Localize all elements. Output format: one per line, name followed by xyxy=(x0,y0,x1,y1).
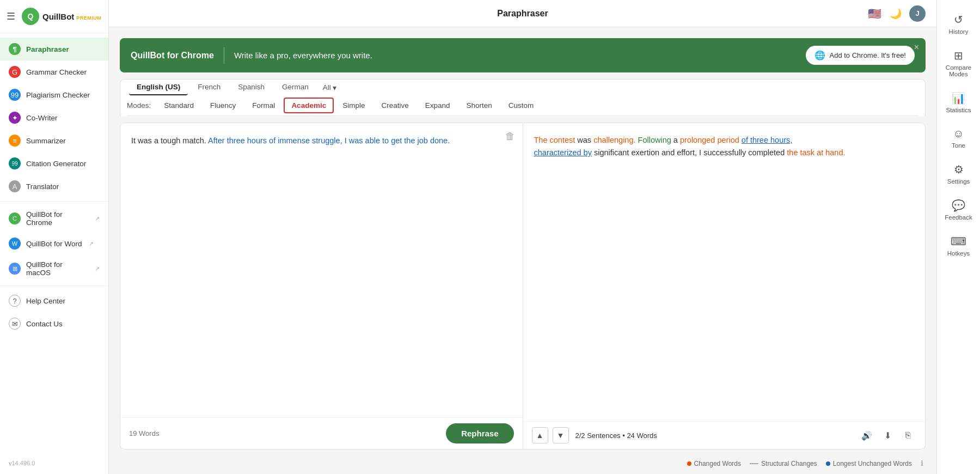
right-tool-label: Hotkeys xyxy=(947,250,970,257)
nav-next-button[interactable]: ▼ xyxy=(553,427,569,443)
sidebar-item-translator[interactable]: A Translator xyxy=(0,175,108,198)
mode-academic[interactable]: Academic xyxy=(284,98,334,113)
delete-icon[interactable]: 🗑 xyxy=(505,131,515,142)
sidebar-item-mac[interactable]: ⊞ QuillBot for macOS ↗ xyxy=(0,255,108,282)
output-pane: The contest was challenging. Following a… xyxy=(523,123,926,449)
mode-shorten[interactable]: Shorten xyxy=(459,98,500,113)
right-tool-label: Statistics xyxy=(946,107,971,113)
sidebar-item-plagiarism[interactable]: 99 Plagiarism Checker xyxy=(0,83,108,106)
output-segment-8: characterized by xyxy=(534,148,592,157)
external-link-icon: ↗ xyxy=(95,215,100,222)
sidebar-item-grammar[interactable]: G Grammar Checker xyxy=(0,60,108,83)
info-icon[interactable]: ℹ xyxy=(921,459,923,467)
output-segment-4: a xyxy=(673,136,680,144)
modes-label: Modes: xyxy=(127,101,151,110)
history-icon: ↺ xyxy=(954,13,963,26)
output-footer: ▲ ▼ 2/2 Sentences • 24 Words 🔊 ⬇ ⎘ xyxy=(523,421,926,449)
dark-mode-toggle[interactable]: 🌙 xyxy=(890,8,902,20)
cowriter-icon: ✦ xyxy=(9,112,21,124)
language-tabs: English (US) French Spanish German All ▾ xyxy=(127,80,918,95)
mode-custom[interactable]: Custom xyxy=(501,98,542,113)
download-icon[interactable]: ⬇ xyxy=(879,427,896,443)
add-chrome-label: Add to Chrome. It's free! xyxy=(830,51,906,59)
chrome-icon: C xyxy=(9,212,21,224)
sidebar-item-help[interactable]: ? Help Center xyxy=(0,289,108,312)
output-segment-10: the task at hand. xyxy=(787,148,845,157)
topbar: Paraphraser 🇺🇸 🌙 J xyxy=(109,0,936,27)
lang-tab-english[interactable]: English (US) xyxy=(129,80,188,95)
right-tool-hotkeys[interactable]: ⌨ Hotkeys xyxy=(937,229,980,262)
editor-container: It was a tough match. After three hours … xyxy=(120,123,926,449)
lang-tab-spanish[interactable]: Spanish xyxy=(230,80,272,95)
right-tool-history[interactable]: ↺ History xyxy=(937,8,980,40)
version-text: v14.496.0 xyxy=(0,455,44,471)
speaker-icon[interactable]: 🔊 xyxy=(859,427,875,443)
lang-tab-german[interactable]: German xyxy=(274,80,316,95)
external-label: QuillBot for Word xyxy=(26,240,82,248)
external-label: QuillBot for Chrome xyxy=(26,210,88,227)
page-title: Paraphraser xyxy=(497,9,548,19)
add-to-chrome-button[interactable]: 🌐 Add to Chrome. It's free! xyxy=(806,46,915,65)
mode-standard[interactable]: Standard xyxy=(156,98,201,113)
rephrase-button[interactable]: Rephrase xyxy=(446,423,513,443)
sidebar-item-summarizer[interactable]: ≡ Summarizer xyxy=(0,129,108,152)
copy-icon[interactable]: ⎘ xyxy=(900,427,916,443)
plagiarism-icon: 99 xyxy=(9,89,21,101)
right-tool-statistics[interactable]: 📊 Statistics xyxy=(937,86,980,119)
legend-changed-label: Changed Words xyxy=(694,460,742,467)
logo-premium: PREMIUM xyxy=(76,15,101,21)
sidebar-item-paraphraser[interactable]: ¶ Paraphraser xyxy=(0,38,108,60)
sidebar-item-contact[interactable]: ✉ Contact Us xyxy=(0,312,108,335)
output-text: The contest was challenging. Following a… xyxy=(523,123,926,421)
logo-text-wrap: QuillBot PREMIUM xyxy=(42,12,101,21)
legend-changed-dot xyxy=(687,461,691,466)
hotkeys-icon: ⌨ xyxy=(951,235,966,248)
topbar-right: 🇺🇸 🌙 J xyxy=(867,5,926,22)
mac-icon: ⊞ xyxy=(9,263,21,275)
sidebar-item-word[interactable]: W QuillBot for Word ↗ xyxy=(0,232,108,255)
mode-fluency[interactable]: Fluency xyxy=(203,98,243,113)
right-tool-label: Tone xyxy=(952,142,965,149)
mode-expand[interactable]: Expand xyxy=(418,98,458,113)
input-pane: It was a tough match. After three hours … xyxy=(120,123,523,449)
avatar[interactable]: J xyxy=(909,5,926,22)
mode-formal[interactable]: Formal xyxy=(244,98,283,113)
right-tool-label: Compare Modes xyxy=(946,64,971,77)
right-tool-tone[interactable]: ☺ Tone xyxy=(937,122,980,154)
mode-simple[interactable]: Simple xyxy=(335,98,372,113)
lang-tab-french[interactable]: French xyxy=(190,80,228,95)
logo: Q QuillBot PREMIUM xyxy=(22,8,101,25)
right-tool-compare[interactable]: ⊞ Compare Modes xyxy=(937,44,980,83)
right-tool-feedback[interactable]: 💬 Feedback xyxy=(937,193,980,226)
sidebar-item-label: Summarizer xyxy=(26,137,66,145)
summarizer-icon: ≡ xyxy=(9,135,21,147)
sidebar-footer: v14.496.0 xyxy=(0,453,108,474)
mode-creative[interactable]: Creative xyxy=(373,98,416,113)
output-segment-0: The contest xyxy=(534,136,575,144)
nav-prev-button[interactable]: ▲ xyxy=(532,427,548,443)
legend-unchanged-dot xyxy=(826,461,830,466)
citation-icon: 99 xyxy=(9,157,21,169)
sidebar-item-cowriter[interactable]: ✦ Co-Writer xyxy=(0,106,108,129)
content-area: QuillBot for Chrome Write like a pro, ev… xyxy=(109,27,936,474)
feedback-icon: 💬 xyxy=(952,199,965,212)
right-tool-settings[interactable]: ⚙ Settings xyxy=(937,157,980,190)
chevron-down-icon: ▾ xyxy=(333,83,336,92)
sidebar-item-label: Paraphraser xyxy=(26,45,69,53)
banner-title: QuillBot for Chrome xyxy=(131,51,214,60)
lang-tab-all[interactable]: All ▾ xyxy=(318,80,341,95)
sidebar-item-chrome[interactable]: C QuillBot for Chrome ↗ xyxy=(0,205,108,232)
tone-icon: ☺ xyxy=(953,127,964,140)
hamburger-icon[interactable]: ☰ xyxy=(7,10,15,22)
output-segment-2: challenging. xyxy=(593,136,635,144)
sidebar-header: ☰ Q QuillBot PREMIUM xyxy=(0,0,108,33)
logo-icon: Q xyxy=(22,8,39,25)
chrome-banner: QuillBot for Chrome Write like a pro, ev… xyxy=(120,38,926,72)
sidebar: ☰ Q QuillBot PREMIUM ¶ Paraphraser G Gra… xyxy=(0,0,109,474)
sidebar-item-citation[interactable]: 99 Citation Generator xyxy=(0,152,108,175)
right-tool-label: History xyxy=(949,28,969,35)
right-tool-label: Feedback xyxy=(945,214,972,221)
right-sidebar: ↺ History ⊞ Compare Modes 📊 Statistics ☺… xyxy=(936,0,980,474)
banner-close-button[interactable]: × xyxy=(914,42,919,52)
input-text[interactable]: It was a tough match. After three hours … xyxy=(120,123,523,417)
